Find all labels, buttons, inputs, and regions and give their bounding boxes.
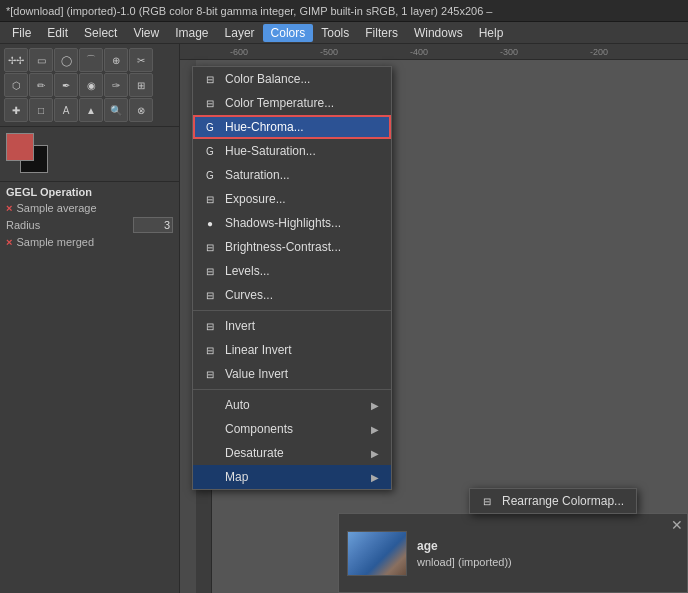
ink-tool[interactable]: ✑ [104,73,128,97]
menu-windows[interactable]: Windows [406,24,471,42]
heal-tool[interactable]: ✚ [4,98,28,122]
menu-exposure[interactable]: ⊟ Exposure... [193,187,391,211]
menu-bar: File Edit Select View Image Layer Colors… [0,22,688,44]
curves-icon: ⊟ [201,286,219,304]
menu-hue-saturation[interactable]: G Hue-Saturation... [193,139,391,163]
saturation-icon: G [201,166,219,184]
menu-file[interactable]: File [4,24,39,42]
rearrange-colormap-item[interactable]: ⊟ Rearrange Colormap... [470,489,636,513]
menu-color-balance[interactable]: ⊟ Color Balance... [193,67,391,91]
brightness-contrast-label: Brightness-Contrast... [225,240,379,254]
gegl-radius-input[interactable] [133,217,173,233]
menu-edit[interactable]: Edit [39,24,76,42]
color-area [0,127,179,181]
bottom-panel-subtitle: wnload] (imported)) [417,556,512,568]
colors-menu-popup[interactable]: ⊟ Color Balance... ⊟ Color Temperature..… [192,66,392,490]
menu-value-invert[interactable]: ⊟ Value Invert [193,362,391,386]
invert-label: Invert [225,319,379,333]
color-picker-tool[interactable]: ⊗ [129,98,153,122]
menu-filters[interactable]: Filters [357,24,406,42]
desaturate-arrow: ▶ [371,448,379,459]
menu-components[interactable]: Components ▶ [193,417,391,441]
ruler-mark-300: -300 [500,47,518,57]
hue-chroma-label: Hue-Chroma... [225,120,379,134]
separator-2 [193,389,391,390]
title-text: *[download] (imported)-1.0 (RGB color 8-… [6,5,492,17]
menu-help[interactable]: Help [471,24,512,42]
menu-color-temperature[interactable]: ⊟ Color Temperature... [193,91,391,115]
bottom-panel-info: age wnload] (imported)) [417,539,512,568]
magnify-tool[interactable]: 🔍 [104,98,128,122]
menu-hue-chroma[interactable]: G Hue-Chroma... [193,115,391,139]
paintbrush-tool[interactable]: ✏ [29,73,53,97]
menu-map[interactable]: Map ▶ [193,465,391,489]
close-button[interactable]: ✕ [671,518,683,532]
ruler-mark-200: -200 [590,47,608,57]
menu-colors[interactable]: Colors [263,24,314,42]
fuzzy-select-tool[interactable]: ⊕ [104,48,128,72]
ruler-mark-400: -400 [410,47,428,57]
menu-desaturate[interactable]: Desaturate ▶ [193,441,391,465]
lasso-tool[interactable]: ⌒ [79,48,103,72]
menu-auto[interactable]: Auto ▶ [193,393,391,417]
toolbox: ✢ ▭ ◯ ⌒ ⊕ ✂ ⬡ ✏ ✒ ◉ ✑ ⊞ ✚ □ A ▲ 🔍 ⊗ [0,44,179,127]
menu-view[interactable]: View [125,24,167,42]
linear-invert-icon: ⊟ [201,341,219,359]
main-layout: ✢ ▭ ◯ ⌒ ⊕ ✂ ⬡ ✏ ✒ ◉ ✑ ⊞ ✚ □ A ▲ 🔍 ⊗ [0,44,688,593]
menu-invert[interactable]: ⊟ Invert [193,314,391,338]
levels-label: Levels... [225,264,379,278]
rearrange-label: Rearrange Colormap... [502,494,624,508]
ruler-top: -600 -500 -400 -300 -200 [180,44,688,60]
value-invert-label: Value Invert [225,367,379,381]
shadows-highlights-icon: ● [201,214,219,232]
pencil-tool[interactable]: ✒ [54,73,78,97]
menu-brightness-contrast[interactable]: ⊟ Brightness-Contrast... [193,235,391,259]
components-icon [201,420,219,438]
components-label: Components [225,422,371,436]
menu-tools[interactable]: Tools [313,24,357,42]
brightness-contrast-icon: ⊟ [201,238,219,256]
menu-layer[interactable]: Layer [217,24,263,42]
color-temperature-label: Color Temperature... [225,96,379,110]
map-arrow: ▶ [371,472,379,483]
text-tool[interactable]: A [54,98,78,122]
airbrush-tool[interactable]: ◉ [79,73,103,97]
invert-icon: ⊟ [201,317,219,335]
foreground-color[interactable] [6,133,34,161]
ellipse-tool[interactable]: ◯ [54,48,78,72]
menu-shadows-highlights[interactable]: ● Shadows-Highlights... [193,211,391,235]
eraser-tool[interactable]: □ [29,98,53,122]
paths-tool[interactable]: ⬡ [4,73,28,97]
menu-levels[interactable]: ⊟ Levels... [193,259,391,283]
menu-curves[interactable]: ⊟ Curves... [193,283,391,307]
bottom-panel: ✕ age wnload] (imported)) ⊟ Rearrange Co… [338,513,688,593]
shadows-highlights-label: Shadows-Highlights... [225,216,379,230]
map-icon [201,468,219,486]
bottom-panel-thumbnail [347,531,407,576]
auto-arrow: ▶ [371,400,379,411]
gegl-sample-row: × Sample average [6,202,173,214]
move-tool[interactable]: ✢ [4,48,28,72]
color-temperature-icon: ⊟ [201,94,219,112]
scissors-tool[interactable]: ✂ [129,48,153,72]
menu-saturation[interactable]: G Saturation... [193,163,391,187]
hue-saturation-label: Hue-Saturation... [225,144,379,158]
rearrange-icon: ⊟ [478,492,496,510]
gegl-close-btn[interactable]: × [6,202,12,214]
bottom-panel-title: age [417,539,512,553]
color-swatches [6,133,56,175]
menu-linear-invert[interactable]: ⊟ Linear Invert [193,338,391,362]
hue-chroma-icon: G [201,118,219,136]
menu-image[interactable]: Image [167,24,216,42]
levels-icon: ⊟ [201,262,219,280]
gegl-merged-close[interactable]: × [6,236,12,248]
gegl-title: GEGL Operation [6,186,173,198]
gegl-merged-row: × Sample merged [6,236,173,248]
menu-select[interactable]: Select [76,24,125,42]
fill-tool[interactable]: ▲ [79,98,103,122]
gegl-sample-label: Sample average [16,202,96,214]
gegl-radius-row: Radius [6,217,173,233]
auto-icon [201,396,219,414]
rect-select-tool[interactable]: ▭ [29,48,53,72]
clone-tool[interactable]: ⊞ [129,73,153,97]
